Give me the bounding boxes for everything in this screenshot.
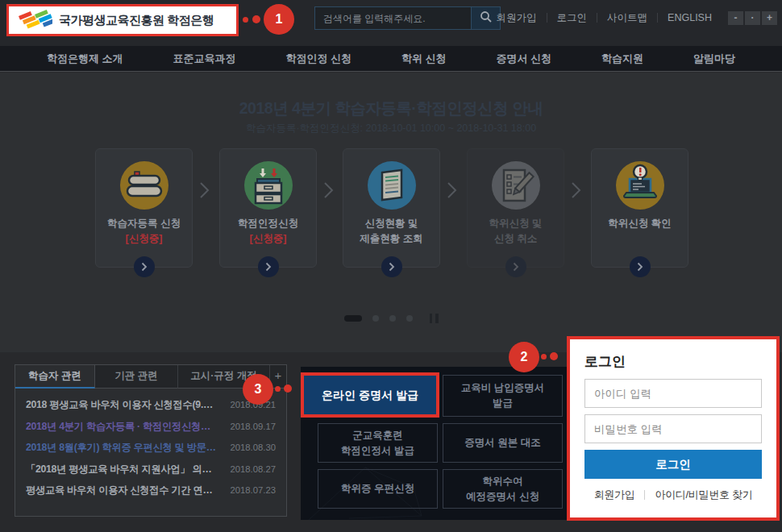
news-list-item[interactable]: 2018년 4분기 학습자등록 · 학점인정신청… 2018.09.17 — [26, 420, 276, 434]
search-input[interactable] — [315, 7, 471, 29]
nav-item-credit-apply[interactable]: 학점인정 신청 — [285, 52, 351, 66]
carousel-dot[interactable] — [406, 315, 413, 322]
news-list-item[interactable]: 「2018년 평생교육 바우처 지원사업」 의… 2018.08.27 — [26, 463, 276, 476]
signup-link[interactable]: 회원가입 — [594, 488, 635, 502]
annotation-step-1: 1 — [264, 4, 294, 35]
news-item-title: 2018년 8월(후기) 학위증 우편신청 및 방문… — [26, 441, 216, 455]
font-smaller-button[interactable]: - — [728, 11, 743, 25]
nav-item-curriculum[interactable]: 표준교육과정 — [173, 52, 236, 66]
card-arrow-button[interactable] — [258, 256, 279, 277]
banner-title: 2018년 4분기 학습자등록·학점인정신청 안내 — [0, 98, 782, 119]
top-link-login[interactable]: 로그인 — [547, 13, 597, 23]
logo-text: 국가평생교육진흥원 학점은행 — [59, 13, 214, 28]
news-item-title: 2018 평생교육 바우처 이용자 신청접수(9.… — [26, 398, 213, 412]
annotation-connector-dot — [550, 352, 558, 360]
nav-item-certificate[interactable]: 증명서 신청 — [497, 52, 552, 66]
news-list: 2018 평생교육 바우처 이용자 신청접수(9.… 2018.09.21 20… — [15, 389, 286, 497]
search-box — [314, 6, 501, 30]
carousel-dot[interactable] — [389, 315, 396, 322]
laptop-icon — [614, 160, 666, 211]
chevron-right-icon — [199, 181, 210, 199]
annotation-connector-dot — [541, 354, 547, 360]
card-arrow-button[interactable] — [134, 256, 155, 277]
banner-card-degree-apply-confirm[interactable]: 학위신청 확인 — [591, 148, 688, 268]
main-navigation: 학점은행제 소개 표준교육과정 학점인정 신청 학위 신청 증명서 신청 학습지… — [0, 46, 782, 72]
card-label: 학점인정신청 — [220, 216, 316, 231]
news-item-date: 2018.07.23 — [230, 485, 276, 495]
login-panel: 로그인 로그인 회원가입 아이디/비밀번호 찾기 — [567, 336, 780, 521]
login-links: 회원가입 아이디/비밀번호 찾기 — [584, 488, 762, 502]
banner-card-credit-recognition[interactable]: 학점인정신청 [신청중] — [219, 148, 317, 268]
annotation-step-2: 2 — [509, 342, 539, 372]
carousel-pause-icon[interactable] — [430, 314, 439, 323]
logo-mark-icon — [17, 6, 52, 34]
military-training-credit-button[interactable]: 군교육훈련 학점인정서 발급 — [318, 423, 438, 463]
banner-subtitle: 학습자등록·학점인정신청: 2018-10-01 10:00 ~ 2018-10… — [0, 122, 782, 135]
font-size-controls: - · + — [728, 11, 777, 25]
news-item-date: 2018.09.17 — [230, 422, 276, 431]
main-banner: 2018년 4분기 학습자등록·학점인정신청 안내 학습자등록·학점인정신청: … — [0, 73, 782, 352]
logo[interactable]: 국가평생교육진흥원 학점은행 — [6, 4, 239, 36]
document-icon — [366, 160, 418, 211]
bottom-section: 학습자 관련 기관 관련 고시·규정 개정 + 2018 평생교육 바우처 이용… — [0, 352, 782, 532]
top-utility-links: 회원가입 로그인 사이트맵 ENGLISH - · + — [487, 7, 777, 28]
find-id-password-link[interactable]: 아이디/비밀번호 찾기 — [655, 488, 752, 502]
news-list-item[interactable]: 2018 평생교육 바우처 이용자 신청접수(9.… 2018.09.21 — [26, 398, 276, 412]
nav-item-learning-support[interactable]: 학습지원 — [601, 52, 643, 66]
news-item-title: 「2018년 평생교육 바우처 지원사업」 의… — [26, 463, 212, 476]
annotation-connector-dot — [284, 384, 292, 393]
banner-card-learner-registration[interactable]: 학습자등록 신청 [신청중] — [95, 148, 193, 268]
banner-card-application-status[interactable]: 신청현황 및 제출현황 조회 — [343, 148, 440, 268]
login-id-input[interactable] — [584, 379, 762, 408]
chevron-right-icon — [571, 181, 581, 199]
font-larger-button[interactable]: + — [762, 11, 777, 25]
login-submit-button[interactable]: 로그인 — [584, 450, 762, 479]
degree-expected-certificate-button[interactable]: 학위수여 예정증명서 신청 — [443, 469, 563, 509]
certificate-quick-panel: 온라인 증명서 발급 교육비 납입증명서 발급 군교육훈련 학점인정서 발급 증… — [301, 367, 568, 520]
page: 국가평생교육진흥원 학점은행 회원가입 로그인 사이트맵 ENGLISH - · — [0, 0, 782, 532]
annotation-connector-dot — [252, 15, 260, 23]
nav-item-about[interactable]: 학점은행제 소개 — [47, 52, 123, 66]
annotation-connector-dot — [275, 386, 281, 392]
card-label: 학위신청 확인 — [592, 216, 688, 231]
diploma-mail-request-button[interactable]: 학위증 우편신청 — [318, 469, 438, 509]
news-item-title: 평생교육 바우처 이용자 신청접수 기간 연… — [26, 484, 213, 497]
nav-item-degree-apply[interactable]: 학위 신청 — [401, 52, 447, 66]
checklist-icon — [490, 160, 542, 211]
banner-card-degree-apply-cancel[interactable]: 학위신청 및 신청 취소 — [467, 148, 564, 268]
card-label: 학습자등록 신청 — [96, 216, 192, 231]
chevron-right-icon — [323, 181, 334, 199]
tab-institution[interactable]: 기관 관련 — [95, 365, 178, 389]
carousel-dot[interactable] — [372, 315, 379, 322]
top-link-english[interactable]: ENGLISH — [657, 13, 722, 23]
login-password-input[interactable] — [584, 414, 762, 443]
carousel-dot-active[interactable] — [344, 315, 362, 322]
chevron-right-icon — [447, 181, 457, 199]
nav-item-notice[interactable]: 알림마당 — [693, 52, 735, 66]
divider — [644, 490, 645, 500]
annotation-connector-dot — [243, 17, 248, 23]
card-label: 신청현황 및 제출현황 조회 — [343, 216, 439, 247]
annotation-step-3: 3 — [243, 374, 273, 405]
carousel-pagination — [0, 314, 782, 323]
certificate-original-check-button[interactable]: 증명서 원본 대조 — [443, 423, 563, 463]
login-title: 로그인 — [584, 352, 762, 371]
news-item-title: 2018년 4분기 학습자등록 · 학점인정신청… — [26, 420, 210, 434]
news-list-item[interactable]: 2018년 8월(후기) 학위증 우편신청 및 방문… 2018.08.30 — [26, 441, 276, 455]
card-arrow-button[interactable] — [505, 256, 526, 277]
top-link-signup[interactable]: 회원가입 — [487, 13, 547, 23]
books-icon — [119, 160, 170, 211]
news-item-date: 2018.08.30 — [230, 443, 276, 452]
font-reset-button[interactable]: · — [745, 11, 760, 25]
card-status-badge: [신청중] — [220, 232, 316, 246]
top-link-sitemap[interactable]: 사이트맵 — [597, 13, 657, 23]
tuition-payment-certificate-button[interactable]: 교육비 납입증명서 발급 — [443, 375, 563, 417]
news-list-item[interactable]: 평생교육 바우처 이용자 신청접수 기간 연… 2018.07.23 — [26, 484, 276, 497]
card-arrow-button[interactable] — [630, 256, 651, 277]
cabinet-icon — [243, 160, 294, 211]
tab-learner[interactable]: 학습자 관련 — [15, 365, 95, 389]
header: 국가평생교육진흥원 학점은행 회원가입 로그인 사이트맵 ENGLISH - · — [0, 0, 782, 46]
card-arrow-button[interactable] — [381, 256, 402, 277]
online-certificate-button[interactable]: 온라인 증명서 발급 — [301, 372, 439, 418]
card-label: 학위신청 및 신청 취소 — [468, 216, 564, 247]
